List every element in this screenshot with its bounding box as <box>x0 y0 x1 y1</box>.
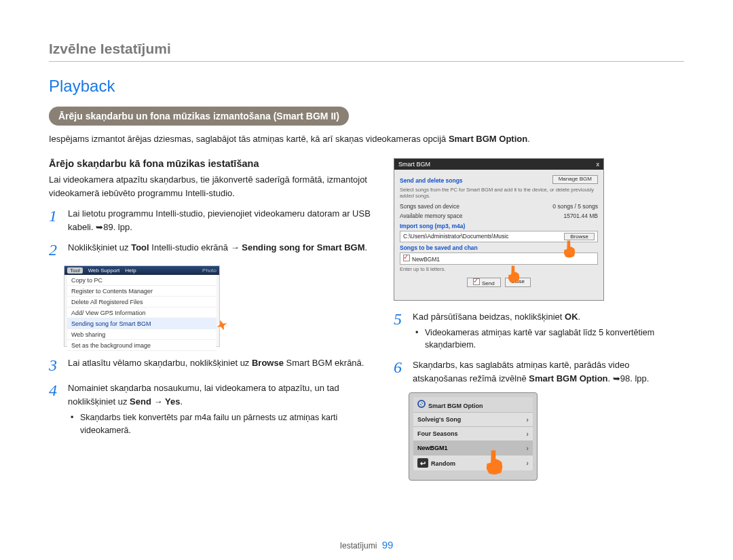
breadcrumb: Izvēlne Iestatījumi <box>49 41 684 57</box>
intro2: Lai videokamera atpazītu skaņdarbus, tie… <box>49 173 375 200</box>
bold: Send <box>130 396 151 407</box>
list-header: Smart BGM Option <box>413 397 533 412</box>
menu-item[interactable]: Copy to PC <box>67 275 217 286</box>
bold: Browse <box>252 358 284 368</box>
step-6: 6 Skaņdarbs, kas saglabāts atmiņas kartē… <box>394 358 684 386</box>
step-body: Noklikšķiniet uz Tool Intelli-studio ekr… <box>68 241 375 259</box>
chevron-right-icon: › <box>526 444 529 452</box>
menu-item[interactable]: Register to Contents Manager <box>67 286 217 297</box>
t: . <box>365 242 368 253</box>
t: Nomainiet skaņdarba nosaukumu, lai video… <box>68 383 339 407</box>
manage-bgm-button[interactable]: Manage BGM <box>552 175 598 184</box>
dialog-titlebar: Smart BGM x <box>394 159 603 170</box>
bullet: Videokameras atmiņas kartē var saglabāt … <box>413 326 684 352</box>
thumb-label: Photo <box>202 267 217 274</box>
list-item-highlighted[interactable]: NewBGM1› <box>413 441 533 455</box>
figure-smartbgm-dialog: Smart BGM x Send and delete songsManage … <box>394 158 604 301</box>
step-number: 3 <box>49 356 61 374</box>
page-footer: Iestatījumi 99 <box>0 539 733 550</box>
menu-item[interactable]: Web sharing <box>67 329 217 340</box>
t: → <box>151 396 165 407</box>
step-1: 1 Lai lietotu programmu Intelli-studio, … <box>49 207 375 234</box>
intro-bold: Smart BGM Option <box>449 134 527 144</box>
label: Available memory space <box>400 212 462 219</box>
bold: Sending song for Smart BGM <box>242 242 364 253</box>
t: Kad pārsūtīšana beidzas, noklikšķiniet <box>413 312 565 322</box>
menu-web[interactable]: Web Support <box>88 267 120 274</box>
divider <box>49 61 684 62</box>
value: NewBGM1 <box>412 256 440 263</box>
path-value: C:\Users\Administrator\Documents\Music <box>403 233 508 240</box>
check-icon <box>473 278 480 285</box>
step-body: Lai lietotu programmu Intelli-studio, pi… <box>68 207 375 234</box>
check-icon <box>403 255 410 261</box>
bold: Tool <box>131 242 149 253</box>
t: Lai atlasītu vēlamo skaņdarbu, noklikšķi… <box>68 358 252 368</box>
step-number: 5 <box>394 310 406 352</box>
bold: OK <box>565 312 578 322</box>
t: . <box>181 396 183 407</box>
bold: Yes <box>165 396 180 407</box>
menu-help[interactable]: Help <box>125 267 136 274</box>
t: Intelli-studio ekrānā → <box>149 242 242 253</box>
section-header: Send and delete songs <box>400 177 463 184</box>
figure-bgm-option-list: Smart BGM Option Solveig's Song› Four Se… <box>409 392 538 481</box>
title: Smart BGM Option <box>428 403 483 409</box>
gear-icon <box>417 400 426 408</box>
label: Send <box>482 280 495 286</box>
step-body: Lai atlasītu vēlamo skaņdarbu, noklikšķi… <box>68 356 375 374</box>
figure-intellistudio-menu: Tool Web Support Help Photo Copy to PC R… <box>64 265 220 347</box>
menu-item[interactable]: Delete All Registered Files <box>67 297 217 307</box>
chevron-right-icon: › <box>526 430 529 438</box>
dialog-desc: Select songs from the PC for Smart BGM a… <box>400 187 598 199</box>
step-body: Kad pārsūtīšana beidzas, noklikšķiniet O… <box>413 310 684 352</box>
label: Four Seasons <box>417 430 458 437</box>
label: Solveig's Song <box>417 416 461 423</box>
footer-label: Iestatījumi <box>340 541 377 550</box>
step-number: 2 <box>49 241 61 259</box>
step-number: 4 <box>49 381 61 437</box>
hint: Enter up to 8 letters. <box>400 266 598 272</box>
page-number: 99 <box>382 539 394 550</box>
value: 15701.44 MB <box>563 212 598 219</box>
back-icon[interactable]: ↩ <box>417 458 428 468</box>
step-body: Skaņdarbs, kas saglabāts atmiņas kartē, … <box>413 358 684 386</box>
menu-item-highlighted[interactable]: Sending song for Smart BGM <box>67 318 217 329</box>
t: Noklikšķiniet uz <box>68 242 131 253</box>
label: NewBGM1 <box>417 445 448 451</box>
browse-button[interactable]: Browse <box>564 233 595 240</box>
step-number: 1 <box>49 207 61 234</box>
menu-item[interactable]: Add/ View GPS Information <box>67 307 217 318</box>
section-header: Import song (mp3, m4a) <box>400 223 598 229</box>
send-button[interactable]: Send <box>467 278 501 287</box>
t: . <box>578 312 581 322</box>
menu-tool[interactable]: Tool <box>67 267 83 274</box>
name-input[interactable]: NewBGM1 <box>403 255 440 263</box>
intro-post: . <box>527 134 530 144</box>
bullet: Skaņdarbs tiek konvertēts par m4a failu … <box>68 411 375 437</box>
label: Songs saved on device <box>400 203 459 210</box>
step-4: 4 Nomainiet skaņdarba nosaukumu, lai vid… <box>49 381 375 437</box>
close-icon[interactable]: x <box>597 161 600 168</box>
value: 0 songs / 5 songs <box>552 203 598 210</box>
step-body: Nomainiet skaņdarba nosaukumu, lai video… <box>68 381 375 437</box>
intro-text: Iespējams izmantot ārējas dziesmas, sagl… <box>49 132 684 146</box>
label: Random <box>431 460 455 467</box>
chevron-right-icon: › <box>526 459 529 467</box>
chevron-right-icon: › <box>526 415 529 424</box>
dialog-title: Smart BGM <box>398 161 430 168</box>
bold: Smart BGM Option <box>529 373 607 384</box>
menu-item[interactable]: Set as the background image <box>67 340 217 351</box>
list-item[interactable]: Solveig's Song› <box>413 412 533 426</box>
t: Smart BGM ekrānā. <box>284 358 364 368</box>
list-item[interactable]: Four Seasons› <box>413 426 533 441</box>
menubar: Tool Web Support Help Photo <box>64 266 219 275</box>
tool-dropdown: Copy to PC Register to Contents Manager … <box>67 275 217 351</box>
list-item[interactable]: ↩Random› <box>413 455 533 470</box>
subheading: Ārējo skaņdarbu kā fona mūzikas iestatīš… <box>49 158 375 169</box>
section-title: Playback <box>49 77 684 96</box>
step-5: 5 Kad pārsūtīšana beidzas, noklikšķiniet… <box>394 310 684 352</box>
intro-pre: Iespējams izmantot ārējas dziesmas, sagl… <box>49 134 449 144</box>
step-2: 2 Noklikšķiniet uz Tool Intelli-studio e… <box>49 241 375 259</box>
topic-pill: Ārēju skaņdarbu un fona mūzikas izmantoš… <box>49 107 349 126</box>
